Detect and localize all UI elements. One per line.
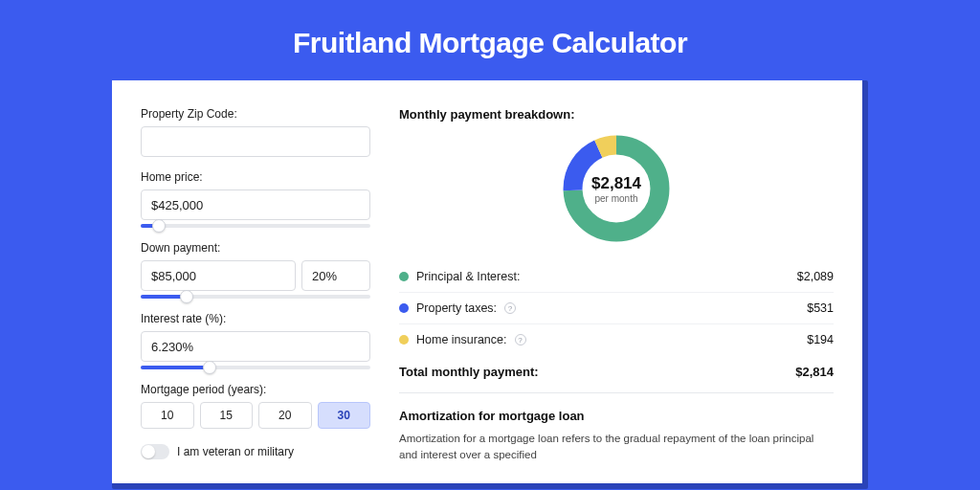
card-shadow: Property Zip Code: Home price: Down paym… <box>112 80 868 489</box>
form-column: Property Zip Code: Home price: Down paym… <box>141 107 370 464</box>
rate-field: Interest rate (%): <box>141 312 370 369</box>
period-buttons: 10152030 <box>141 402 370 429</box>
price-label: Home price: <box>141 170 370 184</box>
donut-wrap: $2,814 per month <box>399 131 834 246</box>
period-button-15[interactable]: 15 <box>200 402 254 429</box>
breakdown-item-label: Home insurance: <box>416 333 507 346</box>
rate-slider-thumb[interactable] <box>203 361 216 374</box>
rate-label: Interest rate (%): <box>141 312 370 325</box>
down-field: Down payment: <box>141 241 370 299</box>
page-title: Fruitland Mortgage Calculator <box>0 0 980 80</box>
zip-field: Property Zip Code: <box>141 107 370 157</box>
breakdown-item-value: $531 <box>807 301 834 315</box>
price-slider[interactable] <box>141 224 370 228</box>
info-icon[interactable]: ? <box>515 334 526 345</box>
veteran-toggle[interactable] <box>141 444 169 459</box>
amortization-body: Amortization for a mortgage loan refers … <box>399 431 834 464</box>
amortization-title: Amortization for mortgage loan <box>399 409 834 423</box>
calculator-card: Property Zip Code: Home price: Down paym… <box>112 80 862 483</box>
donut-sub: per month <box>591 193 641 204</box>
price-input[interactable] <box>141 189 370 220</box>
breakdown-item-label: Property taxes: <box>416 301 497 315</box>
rate-slider[interactable] <box>141 366 370 369</box>
period-button-10[interactable]: 10 <box>141 402 194 429</box>
price-field: Home price: <box>141 170 370 228</box>
breakdown-title: Monthly payment breakdown: <box>399 107 834 122</box>
down-label: Down payment: <box>141 241 370 255</box>
down-amount-input[interactable] <box>141 260 296 291</box>
donut-amount: $2,814 <box>591 174 641 193</box>
total-value: $2,814 <box>795 365 834 379</box>
period-button-30[interactable]: 30 <box>318 402 371 429</box>
down-percent-input[interactable] <box>301 260 370 291</box>
zip-input[interactable] <box>141 126 370 157</box>
breakdown-item-value: $194 <box>807 333 834 346</box>
veteran-row: I am veteran or military <box>141 444 370 459</box>
period-field: Mortgage period (years): 10152030 <box>141 383 370 429</box>
down-slider-thumb[interactable] <box>180 290 193 303</box>
breakdown-list: Principal & Interest:$2,089Property taxe… <box>399 261 834 355</box>
info-icon[interactable]: ? <box>504 302 516 314</box>
breakdown-item: Property taxes:?$531 <box>399 293 834 324</box>
total-row: Total monthly payment: $2,814 <box>399 355 834 393</box>
breakdown-column: Monthly payment breakdown: $2,814 per mo… <box>399 107 834 464</box>
price-slider-thumb[interactable] <box>152 219 166 233</box>
veteran-toggle-knob <box>142 445 155 458</box>
period-label: Mortgage period (years): <box>141 383 370 396</box>
down-slider[interactable] <box>141 295 370 299</box>
breakdown-item: Home insurance:?$194 <box>399 324 834 355</box>
legend-dot <box>399 272 409 281</box>
legend-dot <box>399 303 409 313</box>
veteran-label: I am veteran or military <box>177 445 294 458</box>
breakdown-item-label: Principal & Interest: <box>416 270 520 283</box>
legend-dot <box>399 335 409 345</box>
donut-center: $2,814 per month <box>591 174 641 204</box>
donut-chart: $2,814 per month <box>559 131 674 246</box>
rate-slider-fill <box>141 366 210 369</box>
zip-label: Property Zip Code: <box>141 107 370 121</box>
total-label: Total monthly payment: <box>399 365 539 379</box>
rate-input[interactable] <box>141 331 370 362</box>
breakdown-item: Principal & Interest:$2,089 <box>399 261 834 293</box>
breakdown-item-value: $2,089 <box>797 270 834 283</box>
period-button-20[interactable]: 20 <box>258 402 312 429</box>
